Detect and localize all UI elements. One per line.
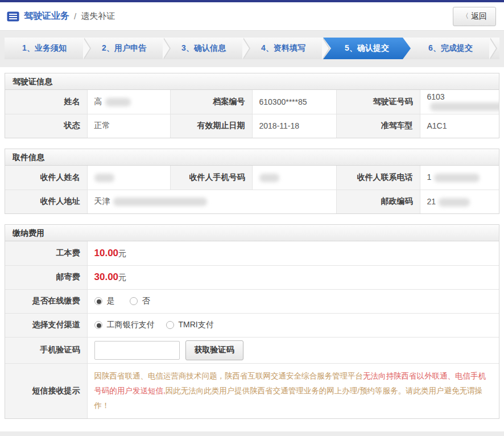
field-label-sms-code: 手机验证码 <box>5 337 87 363</box>
value-text: 6103 <box>427 92 445 101</box>
field-label-vehicle-class: 准驾车型 <box>336 114 420 138</box>
field-label-work-fee: 工本费 <box>5 241 87 265</box>
radio-button-unchecked-icon[interactable] <box>166 321 174 329</box>
section-title-pickup: 取件信息 <box>5 149 499 166</box>
back-button[interactable]: 〈 返回 <box>453 7 496 26</box>
field-value-work-fee: 10.00元 <box>87 241 499 265</box>
form-icon <box>7 11 19 22</box>
radio-button-checked-icon[interactable] <box>94 321 102 329</box>
get-sms-code-button[interactable]: 获取验证码 <box>185 340 243 360</box>
value-text: 21 <box>427 197 436 206</box>
redaction-blur <box>430 102 499 111</box>
radio-label[interactable]: 否 <box>142 296 150 306</box>
table-row: 状态 正常 有效期止日期 2018-11-18 准驾车型 A1C1 <box>5 114 499 138</box>
field-label-postal-code: 邮政编码 <box>336 190 420 213</box>
table-row: 短信接收提示 因陕西省联通、电信运营商技术问题，陕西省互联网交通安全综合服务管理… <box>5 363 499 418</box>
field-label-status: 状态 <box>5 114 87 138</box>
step-label: 1、业务须知 <box>22 43 67 54</box>
field-value-vehicle-class: A1C1 <box>420 114 499 138</box>
step-label: 3、确认信息 <box>181 43 226 54</box>
radio-button-unchecked-icon[interactable] <box>130 297 138 305</box>
field-value-expiry-date: 2018-11-18 <box>252 114 336 138</box>
field-value-mail-fee: 30.00元 <box>87 265 499 289</box>
field-value-status: 正常 <box>87 114 170 138</box>
redaction-blur <box>105 98 131 106</box>
section-title-license: 驾驶证信息 <box>5 73 499 90</box>
table-row: 收件人地址 天津 邮政编码 21 <box>5 190 499 213</box>
table-row: 工本费 10.00元 <box>5 241 499 265</box>
field-label-mail-fee: 邮寄费 <box>5 265 87 289</box>
redaction-blur <box>434 174 480 182</box>
step-4-fill-data: 4、资料填写 <box>243 38 323 59</box>
step-6-complete-submit: 6、完成提交 <box>411 38 490 59</box>
step-2-user-declaration: 2、用户申告 <box>84 38 164 59</box>
field-label-file-number: 档案编号 <box>170 90 252 114</box>
field-label-sms-tip: 短信接收提示 <box>5 363 87 418</box>
table-row: 是否在线缴费 是 否 <box>5 289 499 313</box>
value-text: 610300****85 <box>259 97 307 106</box>
page-subtitle: 遗失补证 <box>81 11 115 22</box>
field-label-license-number: 驾驶证号码 <box>336 90 420 114</box>
radio-button-checked-icon[interactable] <box>94 297 102 305</box>
field-label-recipient-name: 收件人姓名 <box>5 166 87 190</box>
step-3-confirm-info: 3、确认信息 <box>164 38 243 59</box>
chevron-left-icon: 〈 <box>462 11 469 21</box>
radio-label[interactable]: 工商银行支付 <box>107 320 155 330</box>
redaction-blur <box>94 174 114 182</box>
field-value-online-payment: 是 否 <box>87 289 499 313</box>
radio-option-yes[interactable]: 是 <box>94 296 115 306</box>
page-title: 驾驶证业务 <box>24 10 69 22</box>
page-header: 驾驶证业务 / 遗失补证 〈 返回 <box>0 2 504 31</box>
field-value-recipient-name <box>87 166 170 190</box>
field-value-payment-channel: 工商银行支付 TMRI支付 <box>87 313 499 337</box>
step-label: 6、完成提交 <box>428 43 473 54</box>
back-button-label: 返回 <box>471 11 487 22</box>
mail-fee-unit: 元 <box>118 273 126 282</box>
step-label: 2、用户申告 <box>102 43 146 54</box>
breadcrumb-separator: / <box>74 11 76 21</box>
field-label-expiry-date: 有效期止日期 <box>170 114 252 138</box>
table-row: 手机验证码 获取验证码 <box>5 337 499 363</box>
value-text: 天津 <box>94 196 110 205</box>
value-text: 2018-11-18 <box>259 121 300 130</box>
section-license-info: 驾驶证信息 姓名 高 档案编号 610300****85 驾驶证号码 6103 … <box>5 73 499 138</box>
step-label: 5、确认提交 <box>345 43 389 54</box>
redaction-blur <box>113 198 207 206</box>
field-value-license-number: 6103 <box>420 90 499 114</box>
sms-code-input[interactable] <box>94 341 180 360</box>
mail-fee-amount: 30.00 <box>94 272 119 282</box>
table-row: 姓名 高 档案编号 610300****85 驾驶证号码 6103 <box>5 90 499 114</box>
step-label: 4、资料填写 <box>261 43 305 54</box>
table-row: 收件人姓名 收件人手机号码 收件人联系电话 1 <box>5 166 499 190</box>
radio-option-tmri[interactable]: TMRI支付 <box>166 320 214 330</box>
field-value-postal-code: 21 <box>420 190 499 213</box>
field-label-name: 姓名 <box>5 90 87 114</box>
field-label-recipient-phone: 收件人联系电话 <box>336 166 420 190</box>
redaction-blur <box>439 198 470 207</box>
fees-table: 工本费 10.00元 邮寄费 30.00元 是否在线缴费 是 <box>5 241 499 418</box>
field-label-online-payment: 是否在线缴费 <box>5 289 87 313</box>
field-label-payment-channel: 选择支付渠道 <box>5 313 87 337</box>
radio-option-icbc[interactable]: 工商银行支付 <box>94 320 155 330</box>
radio-option-no[interactable]: 否 <box>130 296 150 306</box>
step-5-confirm-submit: 5、确认提交 <box>323 38 411 59</box>
radio-label[interactable]: 是 <box>107 296 115 306</box>
section-title-fees: 缴纳费用 <box>5 225 499 241</box>
radio-label[interactable]: TMRI支付 <box>179 320 214 330</box>
field-label-recipient-mobile: 收件人手机号码 <box>170 166 252 190</box>
field-value-sms-tip: 因陕西省联通、电信运营商技术问题，陕西省互联网交通安全综合服务管理平台无法向持陕… <box>87 363 499 418</box>
value-text: 高 <box>94 97 102 106</box>
table-row: 邮寄费 30.00元 <box>5 265 499 289</box>
value-text: 1 <box>427 172 432 182</box>
value-text: 正常 <box>94 121 110 130</box>
redaction-blur <box>259 174 279 182</box>
table-row: 选择支付渠道 工商银行支付 TMRI支付 <box>5 313 499 337</box>
step-1-business-notice: 1、业务须知 <box>5 38 84 59</box>
field-value-sms-code: 获取验证码 <box>87 337 499 363</box>
main-content: 驾驶证信息 姓名 高 档案编号 610300****85 驾驶证号码 6103 … <box>0 67 504 431</box>
wizard-steps: 1、业务须知 2、用户申告 3、确认信息 4、资料填写 5、确认提交 6、完成提… <box>5 38 499 59</box>
field-label-recipient-address: 收件人地址 <box>5 190 87 213</box>
license-info-table: 姓名 高 档案编号 610300****85 驾驶证号码 6103 状态 正常 … <box>5 90 499 138</box>
breadcrumb: 驾驶证业务 / 遗失补证 <box>7 10 115 22</box>
field-value-name: 高 <box>87 90 170 114</box>
